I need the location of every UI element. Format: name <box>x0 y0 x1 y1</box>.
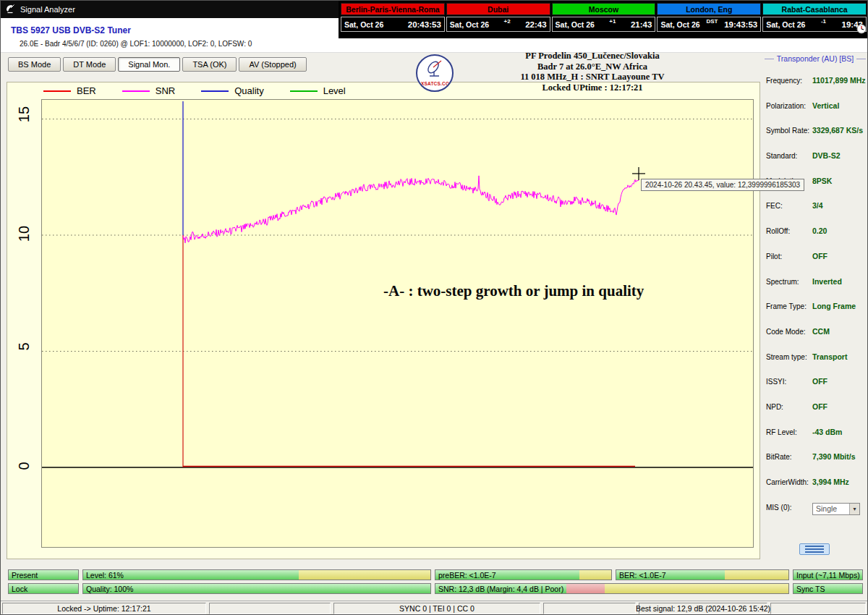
row-value: CCM <box>812 327 830 336</box>
tab-signal-mon[interactable]: Signal Mon. <box>118 57 180 72</box>
row-label: Symbol Rate: <box>766 126 812 135</box>
tab-dt-mode[interactable]: DT Mode <box>63 57 116 72</box>
bar-label: Lock <box>9 584 27 593</box>
clock-datetime: Sat, Oct 26 +2 22:43 <box>446 17 550 32</box>
lock-indicator: Lock <box>8 583 79 594</box>
row-value: DVB-S2 <box>812 151 841 160</box>
row-label: NPD: <box>766 402 812 411</box>
lines-icon <box>805 548 824 550</box>
legend-label: Level <box>323 85 346 96</box>
row-label: FEC: <box>766 201 812 210</box>
window-title: Signal Analyzer <box>20 5 75 14</box>
row-value: Vertical <box>812 101 839 110</box>
tab-tsa[interactable]: TSA (OK) <box>182 57 237 72</box>
input-indicator: Input (~7,11 Mbps) <box>793 569 863 580</box>
clock-date: Sat, Oct 26 <box>450 20 489 29</box>
row-label: Spectrum: <box>766 277 812 286</box>
signal-plot-area[interactable] <box>41 99 754 548</box>
transponder-panel: Transponder (AU) [BS] Frequency:11017,89… <box>765 54 866 564</box>
ytick-5: 5 <box>15 337 33 356</box>
statusbar: Locked -> Uptime: 12:17:21 SYNC 0 | TEI … <box>1 601 867 615</box>
clock-date: Sat, Oct 26 <box>344 20 383 29</box>
bar-fill <box>83 584 430 593</box>
ytick-15: 15 <box>15 105 33 124</box>
preber-bar: preBER: <1.0E-7 <box>435 569 612 580</box>
clock-date: Sat, Oct 26 <box>660 20 699 29</box>
mis-selected-value: Single <box>816 504 837 513</box>
row-label: Polarization: <box>766 101 812 110</box>
row-label: RF Level: <box>766 428 812 436</box>
mode-tabs: BS Mode DT Mode Signal Mon. TSA (OK) AV … <box>8 57 307 72</box>
snr-line-swatch <box>122 90 150 92</box>
row-label: Code Mode: <box>766 327 812 336</box>
quality-line-swatch <box>201 90 229 92</box>
clock-datetime: Sat, Oct 26 -1 19:43 <box>762 17 867 32</box>
clock-city-label: Moscow <box>552 3 656 15</box>
tab-bs-mode[interactable]: BS Mode <box>8 57 61 72</box>
transponder-rows: Frequency:11017,899 MHz Polarization:Ver… <box>766 76 866 527</box>
bar-label: Sync TS <box>793 584 825 593</box>
row-value: 7,390 Mbit/s <box>812 452 856 461</box>
logo-text: DXSATCS.COM <box>417 81 452 86</box>
signal-chart-panel: BER SNR Quality Level 15 10 5 0 -A- : tw… <box>7 82 760 559</box>
bar-label: Present <box>9 570 38 580</box>
row-bitrate: BitRate:7,390 Mbit/s <box>766 452 866 478</box>
title-rule <box>856 59 866 59</box>
row-code-mode: Code Mode:CCM <box>766 327 866 352</box>
row-value: 8PSK <box>812 177 832 185</box>
clock-date: Sat, Oct 26 <box>556 20 595 29</box>
lines-icon <box>805 551 824 553</box>
mis-dropdown[interactable]: Single ▾ <box>812 503 860 515</box>
bar-fill <box>83 570 430 580</box>
clock-utc-offset: +1 <box>595 17 631 25</box>
antenna-location-line: PF Prodelin 450_Lučenec/Slovakia <box>469 51 715 62</box>
row-label: Standard: <box>766 151 812 160</box>
row-issyi: ISSYI:OFF <box>766 377 866 402</box>
row-value: 3329,687 KS/s <box>812 126 863 135</box>
clock-dubai: Dubai Sat, Oct 26 +2 22:43 <box>446 3 550 38</box>
transponder-title: Transponder (AU) [BS] <box>765 54 866 63</box>
clock-time-value: 21:43 <box>631 20 652 29</box>
row-fec: FEC:3/4 <box>766 201 866 226</box>
uptime-line: Locked UPtime : 12:17:21 <box>469 82 715 93</box>
statusbar-spacer <box>770 603 866 614</box>
present-indicator: Present <box>8 569 79 580</box>
row-value: -43 dBm <box>812 428 842 436</box>
analog-clock-icon <box>856 24 867 37</box>
dropdown-arrow-icon: ▾ <box>849 504 859 514</box>
statusbar-sync-counters: SYNC 0 | TEI 0 | CC 0 <box>333 603 540 614</box>
level-line-swatch <box>290 90 318 92</box>
legend-level: Level <box>290 85 346 96</box>
clock-moscow: Moscow Sat, Oct 26 +1 21:43 <box>552 3 656 38</box>
station-header: PF Prodelin 450_Lučenec/Slovakia Badr 7 … <box>469 51 715 93</box>
row-label: RollOff: <box>766 226 812 235</box>
row-value: Transport <box>812 352 847 361</box>
legend-label: SNR <box>156 85 175 96</box>
clock-utc-offset: -1 <box>805 17 841 25</box>
tab-av[interactable]: AV (Stopped) <box>239 57 306 72</box>
row-value: Inverted <box>812 277 842 286</box>
quality-bar: Quality: 100% <box>82 583 431 594</box>
bar-label: Quality: 100% <box>83 584 133 593</box>
row-label: BitRate: <box>766 452 812 461</box>
bar-label: Input (~7,11 Mbps) <box>793 570 860 580</box>
ber-bar: BER: <1.0E-7 <box>616 569 789 580</box>
clock-time-value: 20:43:53 <box>408 20 441 29</box>
spectrum-mini-button[interactable] <box>799 543 830 555</box>
sync-ts-indicator: Sync TS <box>793 583 863 594</box>
clock-city-label: Dubai <box>446 3 550 15</box>
row-value: Long Frame <box>812 302 856 310</box>
title-rule <box>765 59 774 59</box>
row-frequency: Frequency:11017,899 MHz <box>766 76 866 101</box>
row-label: ISSYI: <box>766 377 812 386</box>
clock-city-label: London, Eng <box>657 3 761 15</box>
row-label: CarrierWidth: <box>766 478 812 486</box>
signal-analyzer-window: Signal Analyzer Berlin-Paris-Vienna-Roma… <box>0 0 868 615</box>
clock-time-value: 19:43:53 <box>724 20 757 29</box>
legend-ber: BER <box>43 85 96 96</box>
row-carrier-width: CarrierWidth:3,994 MHz <box>766 478 866 503</box>
statusbar-uptime: Locked -> Uptime: 12:17:21 <box>2 603 206 614</box>
clock-datetime: Sat, Oct 26 20:43:53 <box>341 17 445 32</box>
row-label: Stream type: <box>766 352 812 361</box>
statusbar-spacer <box>543 603 636 614</box>
